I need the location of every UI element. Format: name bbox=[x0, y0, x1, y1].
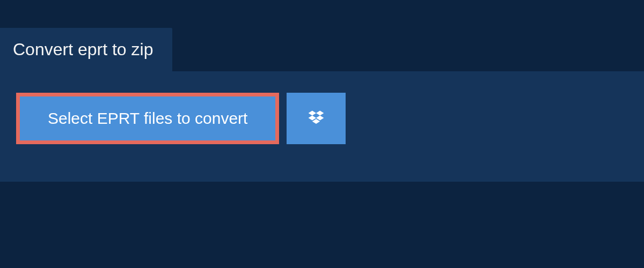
svg-marker-0 bbox=[309, 111, 316, 116]
content-panel: Select EPRT files to convert bbox=[0, 71, 644, 182]
tab-convert[interactable]: Convert eprt to zip bbox=[0, 28, 172, 71]
tab-title: Convert eprt to zip bbox=[13, 40, 153, 59]
svg-marker-3 bbox=[316, 116, 324, 121]
button-row: Select EPRT files to convert bbox=[16, 93, 628, 144]
dropbox-icon bbox=[306, 109, 326, 128]
bottom-area bbox=[0, 182, 644, 268]
svg-marker-1 bbox=[316, 111, 324, 116]
page-container: Convert eprt to zip Select EPRT files to… bbox=[0, 0, 644, 268]
tab-bar: Convert eprt to zip bbox=[0, 0, 644, 71]
dropbox-button[interactable] bbox=[287, 93, 346, 144]
select-files-label: Select EPRT files to convert bbox=[48, 109, 247, 128]
svg-marker-2 bbox=[309, 116, 316, 121]
select-files-button[interactable]: Select EPRT files to convert bbox=[16, 93, 279, 144]
